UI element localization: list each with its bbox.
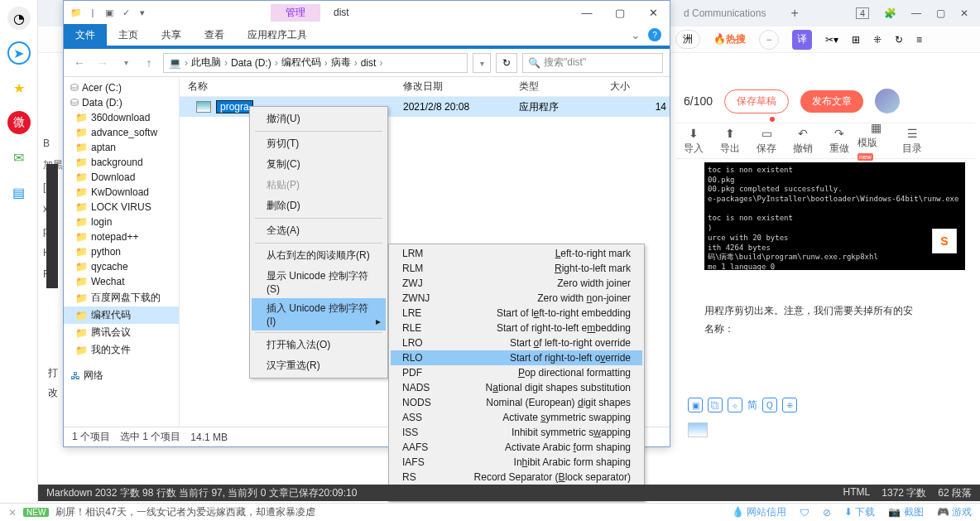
editor-tool[interactable]: ⬆导出	[712, 127, 748, 156]
context-menu-item[interactable]: 剪切(T)	[252, 133, 386, 154]
search-input[interactable]: 🔍 搜索"dist"	[522, 53, 663, 73]
ribbon-tab[interactable]: 应用程序工具	[236, 24, 319, 46]
grid-icon[interactable]: ⁜	[782, 398, 797, 412]
col-type[interactable]: 类型	[519, 80, 610, 94]
ribbon-tab[interactable]: 共享	[150, 24, 193, 46]
close-button[interactable]: ✕	[637, 2, 670, 22]
tab-title[interactable]: d Communications	[675, 7, 774, 19]
favorites-icon[interactable]: ★	[7, 76, 31, 99]
context-menu-item[interactable]: 复制(C)	[252, 154, 386, 175]
nav-network[interactable]: 🖧 网络	[64, 367, 179, 384]
submenu-item[interactable]: ASSActivate symmetric swapping	[391, 410, 642, 425]
news-text[interactable]: 刷屏！相识47天，一线女记者为爱远嫁西藏，却遭家暴凌虐	[55, 505, 315, 519]
context-menu-item[interactable]: 打开输入法(O)	[252, 335, 386, 355]
nav-drive[interactable]: ⛁ Acer (C:)	[64, 80, 179, 95]
submenu-item[interactable]: ZWJZero width joiner	[391, 276, 642, 291]
col-date[interactable]: 修改日期	[403, 80, 519, 94]
search-small-icon[interactable]: Q	[762, 398, 777, 412]
nav-folder[interactable]: 📁 360download	[64, 110, 179, 125]
save-draft-button[interactable]: 保存草稿	[724, 89, 789, 113]
nav-folder[interactable]: 📁 notepad++	[64, 229, 179, 244]
breadcrumb-item[interactable]: Data (D:)	[231, 57, 271, 69]
nav-folder[interactable]: 📁 KwDownload	[64, 185, 179, 200]
ribbon-tab[interactable]: 主页	[107, 24, 150, 46]
breadcrumb-item[interactable]: 编程代码	[281, 55, 321, 70]
window-close-icon[interactable]: ✕	[960, 7, 968, 19]
nav-folder[interactable]: 📁 advance_softw	[64, 125, 179, 140]
image-icon[interactable]: ▣	[688, 398, 703, 412]
breadcrumb-item[interactable]: 此电脑	[191, 55, 221, 70]
back-button[interactable]: ←	[70, 56, 89, 70]
editor-tool[interactable]: ☰目录	[894, 127, 930, 156]
hot-search-button[interactable]: 🔥热搜	[713, 32, 746, 46]
context-menu-item[interactable]: 汉字重选(R)	[252, 355, 386, 376]
sogou-ime-icon[interactable]: S	[932, 229, 957, 253]
nav-folder[interactable]: 📁 百度网盘下载的	[64, 289, 179, 306]
avatar-icon[interactable]: ◔	[7, 7, 31, 30]
news-tool[interactable]: 💧 网站信用	[732, 505, 786, 519]
column-headers[interactable]: 名称 修改日期 类型 大小	[180, 77, 670, 97]
nav-folder[interactable]: 📁 login	[64, 215, 179, 229]
breadcrumb-item[interactable]: dist	[361, 57, 377, 69]
breadcrumb-dropdown[interactable]: ▾	[473, 53, 491, 73]
editor-tool[interactable]: ▭保存	[748, 127, 785, 156]
network-icon[interactable]: ⊞	[852, 34, 860, 46]
submenu-item[interactable]: RLMRight-to-left mark	[391, 261, 642, 276]
nav-folder[interactable]: 📁 LOCK VIRUS	[64, 200, 179, 215]
minimize-button[interactable]: —	[570, 2, 603, 22]
ribbon-tab[interactable]: 文件	[64, 24, 107, 46]
recent-dropdown[interactable]: ▾	[117, 58, 135, 67]
col-size[interactable]: 大小	[610, 80, 670, 94]
lang-simplified[interactable]: 简	[747, 398, 757, 412]
submenu-item[interactable]: ZWNJZero width non-joiner	[391, 291, 642, 306]
rename-input[interactable]: progra	[216, 100, 253, 113]
submenu-item[interactable]: NADSNational digit shapes substitution	[391, 380, 642, 395]
note-icon[interactable]: ▤	[7, 181, 31, 204]
qat-dropdown-icon[interactable]: ▾	[135, 5, 150, 20]
scissors-icon[interactable]: ✂▾	[825, 34, 838, 46]
maximize-button[interactable]: ▢	[603, 2, 637, 22]
translate-icon[interactable]: 译	[792, 30, 812, 50]
submenu-item[interactable]: NODSNominal (European) digit shapes	[391, 395, 642, 410]
submenu-item[interactable]: RSRecord Separator (Block separator)	[391, 470, 642, 485]
nav-folder[interactable]: 📁 aptan	[64, 140, 179, 155]
weibo-icon[interactable]: 微	[7, 111, 31, 134]
news-tool[interactable]: 🎮 游戏	[937, 505, 972, 519]
submenu-item[interactable]: IAFSInhibit Arabic form shaping	[391, 455, 642, 470]
context-menu-item[interactable]: 插入 Unicode 控制字符(I)▸	[252, 298, 386, 330]
nav-folder[interactable]: 📁 编程代码	[64, 306, 179, 324]
news-tool[interactable]: 📷 截图	[888, 505, 923, 519]
nav-folder[interactable]: 📁 qycache	[64, 259, 179, 274]
col-name[interactable]: 名称	[180, 80, 403, 94]
submenu-item[interactable]: ISSInhibit symmetric swapping	[391, 425, 642, 440]
context-menu-item[interactable]: 从右到左的阅读顺序(R)	[252, 245, 386, 266]
submenu-item[interactable]: LROStart of left-to-right override	[391, 335, 642, 350]
submenu-item[interactable]: PDFPop directional formatting	[391, 365, 642, 380]
properties-icon[interactable]: ▣	[102, 5, 117, 20]
ribbon-tab[interactable]: 查看	[193, 24, 236, 46]
editor-tool[interactable]: ⬇导入	[675, 127, 712, 156]
refresh-button[interactable]: ↻	[496, 53, 517, 73]
nav-folder[interactable]: 📁 Download	[64, 170, 179, 185]
news-tool[interactable]: ⊘	[823, 507, 831, 519]
publish-button[interactable]: 发布文章	[800, 90, 863, 113]
window-count-badge[interactable]: 4	[856, 7, 869, 19]
context-menu-item[interactable]: 删除(D)	[252, 195, 386, 216]
nav-compass-icon[interactable]: ➤	[7, 41, 31, 65]
submenu-item[interactable]: LREStart of left-to-right embedding	[391, 306, 642, 321]
menu-icon[interactable]: ≡	[916, 34, 922, 46]
window-maximize-icon[interactable]: ▢	[936, 7, 945, 19]
context-menu-item[interactable]: 全选(A)	[252, 220, 386, 241]
ribbon-collapse-icon[interactable]: ⌄	[627, 28, 645, 41]
new-tab-button[interactable]: +	[790, 6, 798, 21]
nav-folder[interactable]: 📁 腾讯会议	[64, 324, 179, 341]
editor-tool[interactable]: ↷重做	[821, 127, 858, 156]
user-avatar[interactable]	[875, 89, 900, 113]
editor-tool[interactable]: ↶撤销	[785, 127, 821, 156]
up-button[interactable]: ↑	[140, 56, 158, 70]
submenu-item[interactable]: AAFSActivate Arabic form shaping	[391, 440, 642, 455]
breadcrumb-item[interactable]: 病毒	[331, 55, 351, 70]
nav-folder[interactable]: 📁 python	[64, 244, 179, 259]
mail-icon[interactable]: ✉	[7, 146, 31, 169]
apps-icon[interactable]: ⁜	[873, 34, 882, 46]
